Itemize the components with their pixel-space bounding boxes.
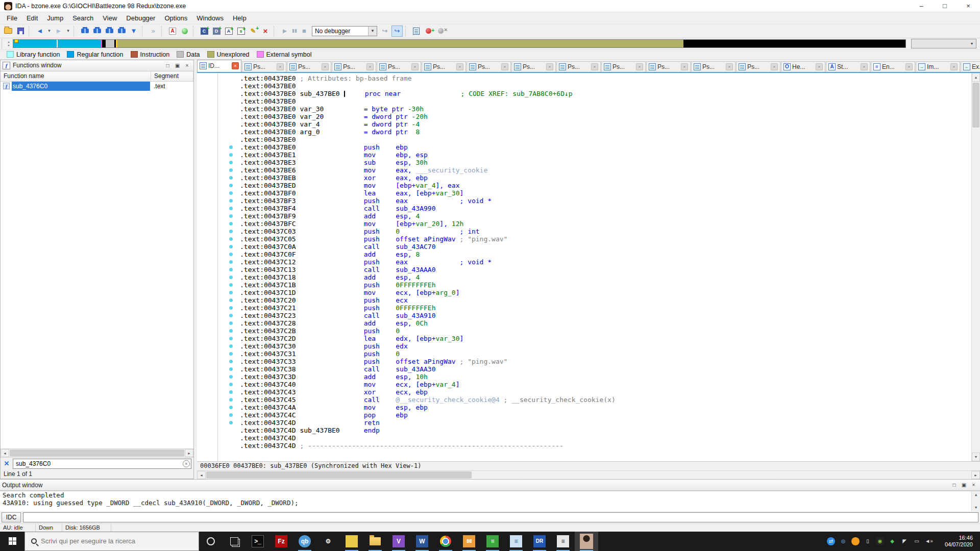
scroll-right-icon[interactable]: ► xyxy=(971,471,980,479)
taskbar-search-box[interactable] xyxy=(24,532,199,551)
close-tab-icon[interactable]: × xyxy=(950,63,958,70)
taskbar-photo-button[interactable] xyxy=(575,532,598,551)
create-code-button[interactable]: C xyxy=(199,26,210,37)
disassembly-line[interactable]: .text:00437BFC mov [ebp+var_20], 12h xyxy=(197,220,971,228)
jump-button[interactable]: ▼ xyxy=(128,26,139,37)
tab-pseudocode-5[interactable]: Ps...× xyxy=(422,61,466,72)
close-tab-icon[interactable]: × xyxy=(501,63,508,70)
disassembly-line[interactable]: .text:00437BE0 arg_0 = dword ptr 8 xyxy=(197,128,971,136)
disassembly-line[interactable]: .text:00437C12 push eax ; void * xyxy=(197,258,971,266)
menu-help[interactable]: Help xyxy=(228,13,251,23)
tray-security-shield-icon[interactable]: ◆ xyxy=(886,532,898,551)
taskbar-notes-blue-button[interactable]: ≡ xyxy=(504,532,528,551)
close-tab-icon[interactable]: × xyxy=(411,63,419,70)
disassembly-line[interactable]: .text:00437BE0 ; Attributes: bp-based fr… xyxy=(197,74,971,82)
close-tab-icon[interactable]: × xyxy=(726,63,733,70)
minimize-button[interactable]: – xyxy=(910,0,933,12)
close-tab-icon[interactable]: × xyxy=(366,63,374,70)
graph-overview-button[interactable] xyxy=(179,26,190,37)
disassembly-line[interactable]: .text:00437C33 push offset aPingWav ; "p… xyxy=(197,358,971,365)
disassembly-line[interactable]: .text:00437C43 xor ecx, ebp xyxy=(197,388,971,396)
scroll-thumb[interactable] xyxy=(10,449,184,457)
back-button[interactable]: ◄ xyxy=(34,26,45,37)
cli-input[interactable] xyxy=(23,512,978,522)
disassembly-line[interactable]: .text:00437C3D add esp, 10h xyxy=(197,373,971,381)
delete-breakpoint-button[interactable] xyxy=(435,26,447,37)
taskbar-quickbms-button[interactable]: qb xyxy=(293,532,316,551)
disassembly-line[interactable]: .text:00437C4A mov esp, ebp xyxy=(197,404,971,411)
taskbar-word-button[interactable]: W xyxy=(410,532,434,551)
menu-search[interactable]: Search xyxy=(68,13,98,23)
close-tab-icon[interactable]: × xyxy=(636,63,643,70)
disassembly-line[interactable]: .text:00437C2B push 0 xyxy=(197,327,971,335)
tab-pseudocode-6[interactable]: Ps...× xyxy=(467,61,511,72)
debug-run-button[interactable]: ► xyxy=(279,26,290,37)
disassembly-line[interactable]: .text:00437BE3 sub esp, 30h xyxy=(197,159,971,166)
close-tab-icon[interactable]: × xyxy=(905,63,913,70)
close-tab-icon[interactable]: × xyxy=(816,63,823,70)
band-zoom-select[interactable]: ▾ xyxy=(911,39,976,48)
functions-window-titlebar[interactable]: f Functions window □ ▣ × xyxy=(1,60,193,71)
taskbar-settings-button[interactable]: ⚙ xyxy=(316,532,340,551)
tab-pseudocode-4[interactable]: Ps...× xyxy=(377,61,421,72)
taskbar-mail-button[interactable]: ✉ xyxy=(457,532,481,551)
search-value-button[interactable] xyxy=(104,26,115,37)
disassembly-line[interactable]: .text:00437BE0 xyxy=(197,136,971,143)
functions-list[interactable]: fsub_4376C0.text xyxy=(1,82,193,448)
tab-ida-view[interactable]: ID...× xyxy=(197,60,241,72)
tray-volume-icon[interactable]: ◄» xyxy=(923,532,935,551)
functions-hscrollbar[interactable]: ◄ ► xyxy=(1,448,193,457)
function-row[interactable]: fsub_4376C0.text xyxy=(1,82,193,91)
disassembly-line[interactable]: .text:00437C2D lea edx, [ebp+var_30] xyxy=(197,335,971,342)
taskbar-sticky-notes-button[interactable] xyxy=(340,532,363,551)
disassembly-line[interactable]: .text:00437C20 push ecx xyxy=(197,296,971,304)
tray-teamviewer-icon[interactable]: ⇄ xyxy=(825,532,837,551)
tab-strings[interactable]: ASt...× xyxy=(826,61,870,72)
disassembly-line[interactable]: .text:00437BE0 push ebp xyxy=(197,143,971,151)
search-binary-button[interactable] xyxy=(79,26,90,37)
close-tab-icon[interactable]: × xyxy=(456,63,463,70)
search-text-button[interactable] xyxy=(91,26,103,37)
step-over-button[interactable]: ↪ xyxy=(379,26,390,37)
disassembly-line[interactable]: .text:00437C4D ; -----------------------… xyxy=(197,442,971,449)
close-button[interactable]: × xyxy=(957,0,980,12)
tab-pseudocode-11[interactable]: Ps...× xyxy=(691,61,736,72)
column-segment[interactable]: Segment xyxy=(151,71,193,81)
forward-button[interactable]: ► xyxy=(53,26,64,37)
taskbar-terminal-button[interactable]: >_ xyxy=(246,532,270,551)
text-view-button[interactable]: A xyxy=(167,26,178,37)
taskbar-clock[interactable]: 16:46 04/07/2020 xyxy=(935,535,975,548)
panel-maximize-icon[interactable]: □ xyxy=(950,481,959,489)
search-next-button[interactable] xyxy=(116,26,127,37)
tab-pseudocode-2[interactable]: Ps...× xyxy=(287,61,331,72)
forward-history-dropdown[interactable]: ▾ xyxy=(65,26,71,37)
output-vscrollbar[interactable]: ▲ ▼ xyxy=(971,491,980,511)
disassembly-line[interactable]: .text:00437BED mov [ebp+var_4], eax xyxy=(197,182,971,189)
tab-pseudocode-1[interactable]: Ps...× xyxy=(242,61,286,72)
disassembly-line[interactable]: .text:00437BEB xor eax, ebp xyxy=(197,174,971,182)
column-function-name[interactable]: Function name xyxy=(1,71,151,81)
tab-exports[interactable]: ←Ex...× xyxy=(961,61,980,72)
disassembly-line[interactable]: .text:00437BE0 var_20 = dword ptr -20h xyxy=(197,113,971,120)
taskbar-visual-studio-button[interactable]: V xyxy=(387,532,410,551)
create-string-button[interactable]: A xyxy=(223,26,234,37)
navigation-band[interactable] xyxy=(13,39,906,48)
panel-float-icon[interactable]: ▣ xyxy=(960,481,968,489)
disassembly-line[interactable]: .text:00437C4D xyxy=(197,434,971,442)
scroll-up-icon[interactable]: ▲ xyxy=(972,73,980,82)
taskbar-dr-button[interactable]: DR xyxy=(528,532,551,551)
band-scroll-arrows[interactable]: ▴▾ xyxy=(5,40,13,47)
tab-pseudocode-7[interactable]: Ps...× xyxy=(511,61,556,72)
panel-close-icon[interactable]: × xyxy=(969,481,978,489)
disassembly-line[interactable]: .text:00437C28 add esp, 0Ch xyxy=(197,319,971,327)
taskbar-filezilla-button[interactable]: Fz xyxy=(270,532,293,551)
save-file-button[interactable] xyxy=(15,26,26,37)
disassembly-line[interactable]: .text:00437C31 push 0 xyxy=(197,350,971,358)
scroll-left-icon[interactable]: ◄ xyxy=(197,471,206,479)
disassembly-line[interactable]: .text:00437BE0 xyxy=(197,82,971,90)
scroll-thumb[interactable] xyxy=(206,471,472,479)
disassembly-line[interactable]: .text:00437C1D mov ecx, [ebp+arg_0] xyxy=(197,289,971,296)
undefine-button[interactable]: × xyxy=(260,26,271,37)
function-name-cell[interactable]: sub_4376C0 xyxy=(12,82,150,91)
tab-hex-view[interactable]: OHe...× xyxy=(781,61,825,72)
